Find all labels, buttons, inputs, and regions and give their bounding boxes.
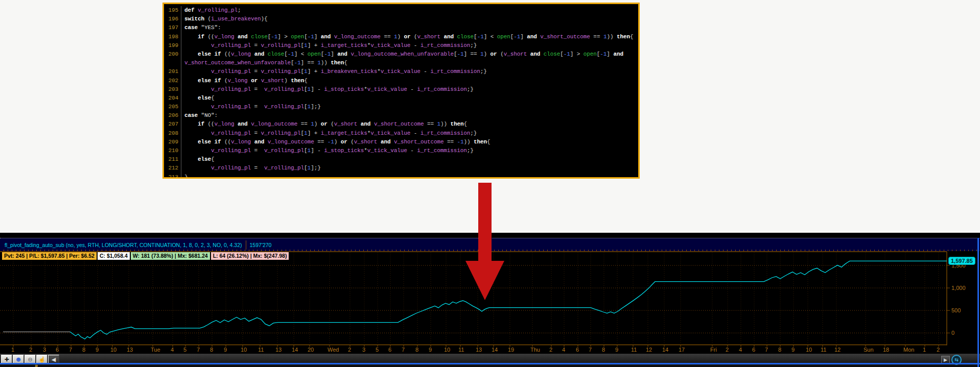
y-axis-label: 500 — [951, 307, 961, 313]
code-line: 203 v_rolling_pl = v_rolling_pl[1] - i_s… — [164, 85, 638, 94]
line-number: 199 — [164, 41, 181, 50]
x-axis-label: 8 — [210, 347, 213, 353]
x-axis-label: 12 — [646, 347, 652, 353]
code-text: if ((v_long and close[-1] > open[-1] and… — [181, 33, 634, 41]
code-text: v_rolling_pl = v_rolling_pl[1] + i_targe… — [181, 129, 477, 138]
red-arrow-shaft — [478, 183, 492, 262]
stats-badge-pivots: Pvt: 245 | P/L: $1,597.85 | Per: $6.52 — [2, 252, 97, 260]
code-lines: 195def v_rolling_pl;196switch (i_use_bre… — [164, 4, 638, 179]
code-line: 211 else{ — [164, 155, 638, 164]
code-line: 201 v_rolling_pl = v_rolling_pl[1] + i_b… — [164, 67, 638, 76]
code-text: switch (i_use_breakeven){ — [181, 15, 268, 23]
x-axis-label: 10 — [806, 347, 812, 353]
x-axis-label: 7 — [765, 347, 768, 353]
code-line: 213} — [164, 173, 638, 179]
x-axis-label: 2 — [726, 347, 729, 353]
x-axis-label: 3 — [362, 347, 365, 353]
code-text: else{ — [181, 155, 215, 164]
code-line: 199 v_rolling_pl = v_rolling_pl[1] + i_t… — [164, 41, 638, 50]
x-axis-label: 9 — [224, 347, 227, 353]
x-axis-label: Wed — [328, 347, 339, 353]
x-axis-label: 2 — [348, 347, 351, 353]
code-line: v_short_outcome_when_unfavorable[-1] == … — [164, 59, 638, 67]
scrollbar-marker-icon: » — [35, 363, 38, 367]
x-axis-label: 6 — [388, 347, 391, 353]
code-line: 205 v_rolling_pl = v_rolling_pl[1];} — [164, 103, 638, 111]
code-line: 210 v_rolling_pl = v_rolling_pl[1] - i_s… — [164, 146, 638, 155]
bottom-toolbar: ✚⊕⊖☝◀ ▶⇆ — [0, 354, 980, 367]
x-axis-label: 8 — [778, 347, 781, 353]
rolling-pl-equity-line — [70, 261, 944, 339]
code-text: case "YES": — [181, 23, 221, 32]
x-axis-label: 11 — [821, 347, 826, 353]
code-line: 206case "NO": — [164, 111, 638, 120]
x-axis-label: 11 — [631, 347, 637, 353]
code-text: v_rolling_pl = v_rolling_pl[1] - i_stop_… — [181, 85, 474, 94]
x-axis-label: 10 — [241, 347, 247, 353]
line-number — [164, 59, 181, 67]
x-axis-label: Mon — [903, 347, 914, 353]
x-axis-label: 11 — [258, 347, 264, 353]
hand-icon: ☝ — [38, 356, 45, 363]
x-axis-label: 13 — [127, 347, 133, 353]
zoom-in-icon: ⊕ — [16, 356, 20, 363]
x-axis-label: Sun — [864, 347, 874, 353]
price-axis-badge: 1,597.85 — [948, 257, 975, 265]
x-axis-label: 6 — [576, 347, 579, 353]
pan-icon: ✚ — [4, 356, 9, 363]
x-axis-label: 4 — [171, 347, 174, 353]
x-axis-label: 8 — [602, 347, 605, 353]
line-number: 206 — [164, 111, 181, 120]
x-axis-label: 5 — [183, 347, 186, 353]
y-axis-label: 1,000 — [951, 285, 966, 291]
x-axis-label: 7 — [589, 347, 592, 353]
horizontal-scrollbar[interactable] — [0, 363, 980, 364]
line-number: 212 — [164, 164, 181, 173]
x-axis-label: 9 — [791, 347, 795, 353]
x-axis-label: 7 — [69, 347, 72, 353]
x-axis-label: 1 — [923, 347, 926, 353]
scroll-right-icon: ▶ — [944, 357, 947, 362]
x-axis-label: 13 — [275, 347, 282, 353]
x-axis-label: 10 — [444, 347, 450, 353]
code-line: 198 if ((v_long and close[-1] > open[-1]… — [164, 33, 638, 41]
x-axis-label: 1 — [11, 347, 14, 353]
x-axis-label: 8 — [82, 347, 85, 353]
code-line: 202 else if (v_long or v_short) then{ — [164, 77, 638, 85]
x-axis-label: 19 — [508, 347, 514, 353]
code-line: 204 else{ — [164, 94, 638, 103]
line-number: 198 — [164, 33, 181, 41]
x-axis-label: 2 — [549, 347, 552, 353]
code-text: v_rolling_pl = v_rolling_pl[1];} — [181, 164, 321, 173]
x-axis-label: 20 — [308, 347, 314, 353]
line-number: 208 — [164, 129, 181, 138]
x-axis-label: 5 — [376, 347, 379, 353]
code-text: v_rolling_pl = v_rolling_pl[1] + i_break… — [181, 67, 487, 76]
code-line: 195def v_rolling_pl; — [164, 6, 638, 15]
x-axis-label: 12 — [834, 347, 841, 353]
line-number: 197 — [164, 23, 181, 32]
x-axis-label: 4 — [562, 347, 565, 353]
line-number: 204 — [164, 94, 181, 103]
x-axis-label: 9 — [429, 347, 432, 353]
code-line: 207 if ((v_long and v_long_outcome == 1)… — [164, 120, 638, 129]
code-line: 208 v_rolling_pl = v_rolling_pl[1] + i_t… — [164, 129, 638, 138]
x-axis-label: 13 — [476, 347, 482, 353]
code-line: 200 else if ((v_long and close[-1] < ope… — [164, 50, 638, 59]
line-number: 209 — [164, 138, 181, 146]
code-editor-panel[interactable]: 195def v_rolling_pl;196switch (i_use_bre… — [162, 3, 640, 179]
code-line: 197case "YES": — [164, 23, 638, 32]
x-axis-label: 7 — [402, 347, 405, 353]
code-text: v_rolling_pl = v_rolling_pl[1] - i_stop_… — [181, 146, 474, 155]
x-axis-label: 4 — [739, 347, 742, 353]
x-axis-label: Fri — [710, 347, 717, 353]
code-text: else if (v_long or v_short) then{ — [181, 77, 308, 85]
code-text: else{ — [181, 94, 215, 103]
code-text: } — [181, 173, 188, 179]
x-axis-label: 14 — [492, 347, 498, 353]
x-axis-label: 7 — [197, 347, 200, 353]
line-number: 210 — [164, 146, 181, 155]
line-number: 196 — [164, 15, 181, 23]
x-axis-label: 17 — [679, 347, 685, 353]
x-axis-label: 11 — [458, 347, 464, 353]
